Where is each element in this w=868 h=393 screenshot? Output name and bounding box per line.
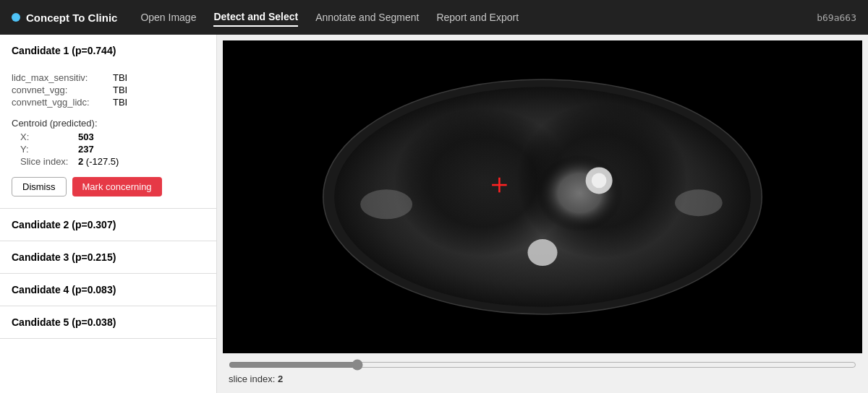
svg-point-7 <box>592 173 607 189</box>
main-layout: Candidate 1 (p=0.744) lidc_max_sensitiv:… <box>0 35 868 393</box>
candidate-header-1[interactable]: Candidate 1 (p=0.744) <box>0 35 216 66</box>
svg-point-8 <box>527 239 557 266</box>
nav-detect-select[interactable]: Detect and Select <box>213 8 298 27</box>
lidc-label: lidc_max_sensitiv: <box>12 72 113 83</box>
slice-slider[interactable] <box>229 359 856 371</box>
brand-label: Concept To Clinic <box>26 12 117 24</box>
slice-index-display: slice index: 2 <box>229 373 856 384</box>
mark-concerning-button[interactable]: Mark concerning <box>72 177 162 196</box>
content-area: slice index: 2 <box>217 35 868 393</box>
centroid-x-label: X: <box>20 131 78 142</box>
commit-hash: b69a663 <box>817 12 856 23</box>
centroid-y-value: 237 <box>78 144 94 155</box>
info-row-convnet: convnet_vgg: TBI <box>12 85 205 95</box>
ct-image-viewer <box>223 40 862 353</box>
centroid-section: Centroid (predicted): X: 503 Y: 237 Slic… <box>12 118 205 167</box>
candidate-header-4[interactable]: Candidate 4 (p=0.083) <box>0 274 216 306</box>
brand: Concept To Clinic <box>12 12 117 24</box>
slice-index-row: Slice index: 2 (-127.5) <box>12 156 205 167</box>
slice-index-label: Slice index: <box>20 156 78 167</box>
candidate-panel-2: Candidate 2 (p=0.307) <box>0 209 216 241</box>
candidate-panel-4: Candidate 4 (p=0.083) <box>0 274 216 306</box>
centroid-x-row: X: 503 <box>12 131 205 142</box>
brand-dot <box>12 13 20 22</box>
lidc-value: TBI <box>113 72 127 83</box>
svg-point-5 <box>537 155 623 232</box>
convnett-value: TBI <box>113 97 127 108</box>
convnet-value: TBI <box>113 85 127 95</box>
info-row-lidc: lidc_max_sensitiv: TBI <box>12 72 205 83</box>
nav-annotate-segment[interactable]: Annotate and Segment <box>315 9 419 26</box>
centroid-y-row: Y: 237 <box>12 144 205 155</box>
convnett-label: convnett_vgg_lidc: <box>12 97 113 108</box>
info-row-convnett: convnett_vgg_lidc: TBI <box>12 97 205 108</box>
candidate-header-5[interactable]: Candidate 5 (p=0.038) <box>0 306 216 338</box>
centroid-y-label: Y: <box>20 144 78 155</box>
navbar: Concept To Clinic Open Image Detect and … <box>0 0 868 35</box>
svg-point-9 <box>360 189 412 219</box>
dismiss-button[interactable]: Dismiss <box>12 177 67 196</box>
candidate-body-1: lidc_max_sensitiv: TBI convnet_vgg: TBI … <box>0 66 216 208</box>
slider-area: slice index: 2 <box>223 353 862 387</box>
convnet-label: convnet_vgg: <box>12 85 113 95</box>
candidate-header-3[interactable]: Candidate 3 (p=0.215) <box>0 241 216 273</box>
action-buttons: Dismiss Mark concerning <box>12 177 205 196</box>
candidate-info-table: lidc_max_sensitiv: TBI convnet_vgg: TBI … <box>12 72 205 108</box>
ct-scan-svg <box>223 40 862 353</box>
slice-index-value: 2 (-127.5) <box>78 156 119 167</box>
nav-report-export[interactable]: Report and Export <box>436 9 519 26</box>
candidate-panel-5: Candidate 5 (p=0.038) <box>0 306 216 339</box>
candidate-panel-1: Candidate 1 (p=0.744) lidc_max_sensitiv:… <box>0 35 216 209</box>
candidate-panel-3: Candidate 3 (p=0.215) <box>0 241 216 274</box>
candidate-header-2[interactable]: Candidate 2 (p=0.307) <box>0 209 216 241</box>
nav-open-image[interactable]: Open Image <box>140 9 196 26</box>
sidebar: Candidate 1 (p=0.744) lidc_max_sensitiv:… <box>0 35 217 393</box>
centroid-x-value: 503 <box>78 131 94 142</box>
centroid-title: Centroid (predicted): <box>12 118 205 129</box>
svg-point-10 <box>675 189 723 216</box>
